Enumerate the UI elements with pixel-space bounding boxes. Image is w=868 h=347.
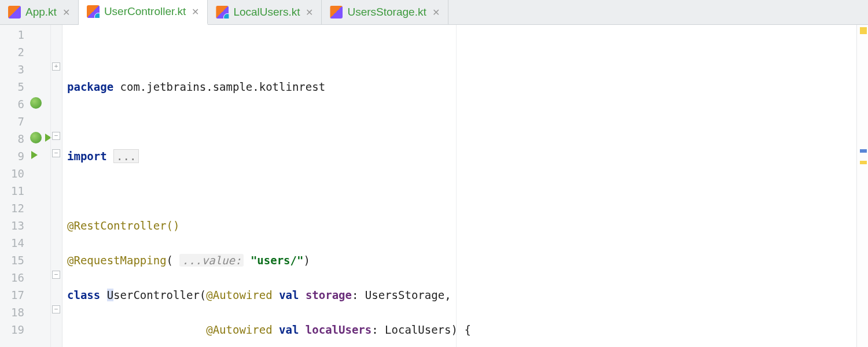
code-line: @Autowired val localUsers: LocalUsers) { <box>67 321 856 338</box>
tab-usercontroller[interactable]: UserController.kt ✕ <box>79 0 208 25</box>
line-number: 10 <box>0 165 28 182</box>
line-numbers: 1 2 3 5 6 7 8 9 10 11 12 13 14 15 16 17 … <box>0 25 28 347</box>
fold-toggle-icon[interactable]: − <box>52 271 60 279</box>
warning-marker-icon[interactable] <box>860 27 867 34</box>
code-line: package com.jetbrains.sample.kotlinrest <box>67 78 856 95</box>
close-icon[interactable]: ✕ <box>192 6 199 17</box>
code-line <box>67 113 856 130</box>
fold-toggle-icon[interactable]: + <box>52 62 60 71</box>
inspection-stripe[interactable] <box>856 25 868 347</box>
tab-localusers[interactable]: LocalUsers.kt ✕ <box>208 0 322 24</box>
line-number: 15 <box>0 252 28 269</box>
line-number: 12 <box>0 200 28 217</box>
gutter-icons <box>28 25 50 347</box>
warning-marker-icon[interactable] <box>860 161 867 164</box>
current-line-highlight <box>62 130 856 147</box>
line-number: 8 <box>0 130 28 147</box>
line-number: 7 <box>0 113 28 130</box>
tab-label: UserController.kt <box>104 5 186 18</box>
kotlin-class-icon <box>216 6 229 19</box>
line-number: 3 <box>0 61 28 78</box>
right-margin-guide <box>456 25 457 347</box>
fold-toggle-icon[interactable]: − <box>52 149 60 157</box>
fold-toggle-icon[interactable]: − <box>52 305 60 313</box>
nav-marker-icon[interactable] <box>860 149 867 153</box>
code-line: class UserController(@Autowired val stor… <box>67 286 856 304</box>
code-area[interactable]: package com.jetbrains.sample.kotlinrest … <box>62 25 856 347</box>
kotlin-file-icon <box>8 6 21 19</box>
code-line <box>67 182 856 200</box>
line-number: 19 <box>0 321 28 338</box>
kotlin-file-icon <box>330 6 343 19</box>
line-number: 14 <box>0 234 28 252</box>
navigate-icon[interactable] <box>31 151 38 159</box>
spring-bean-icon[interactable] <box>30 97 42 109</box>
tab-app[interactable]: App.kt ✕ <box>0 0 79 24</box>
editor: 1 2 3 5 6 7 8 9 10 11 12 13 14 15 16 17 … <box>0 25 868 347</box>
line-number: 13 <box>0 217 28 234</box>
code-line: @RestController() <box>67 217 856 234</box>
line-number: 5 <box>0 78 28 95</box>
folded-imports[interactable]: ... <box>113 149 139 163</box>
caret: U <box>107 289 113 301</box>
close-icon[interactable]: ✕ <box>432 7 440 18</box>
line-number: 16 <box>0 269 28 286</box>
tab-bar: App.kt ✕ UserController.kt ✕ LocalUsers.… <box>0 0 868 25</box>
code-line: import ... <box>67 147 856 165</box>
gutter: 1 2 3 5 6 7 8 9 10 11 12 13 14 15 16 17 … <box>0 25 62 347</box>
line-number: 2 <box>0 43 28 61</box>
tab-usersstorage[interactable]: UsersStorage.kt ✕ <box>322 0 448 24</box>
kotlin-class-icon <box>87 5 100 18</box>
line-number: 18 <box>0 304 28 321</box>
code-line: @RequestMapping( ...value: "users/") <box>67 252 856 269</box>
line-number: 6 <box>0 95 28 113</box>
fold-toggle-icon[interactable]: − <box>52 132 60 140</box>
line-number: 17 <box>0 286 28 304</box>
close-icon[interactable]: ✕ <box>306 7 313 18</box>
tab-label: App.kt <box>25 6 57 19</box>
line-number: 9 <box>0 147 28 165</box>
parameter-hint: ...value: <box>179 254 244 267</box>
close-icon[interactable]: ✕ <box>62 7 70 18</box>
line-number: 1 <box>0 26 28 43</box>
fold-column: + − − − − <box>50 25 62 347</box>
line-number: 11 <box>0 182 28 200</box>
tab-label: UsersStorage.kt <box>347 6 426 19</box>
spring-bean-icon[interactable] <box>30 132 42 143</box>
tab-label: LocalUsers.kt <box>233 6 300 19</box>
